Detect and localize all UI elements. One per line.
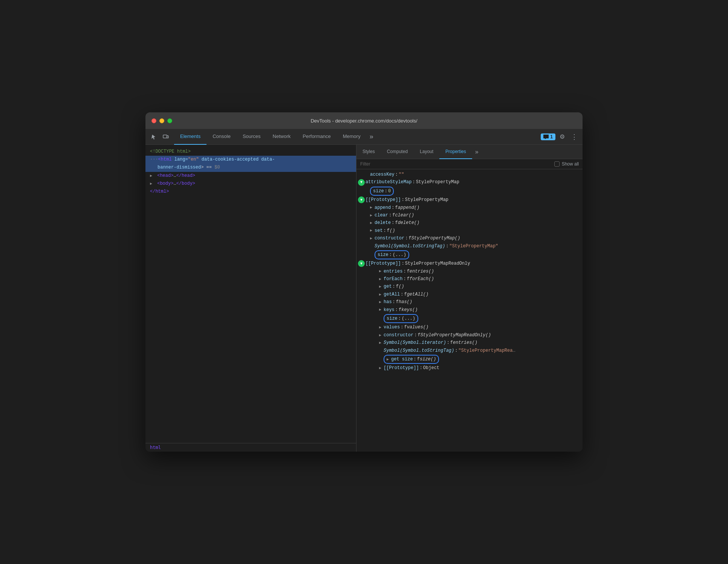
titlebar: DevTools - developer.chrome.com/docs/dev…: [145, 112, 583, 129]
more-right-tabs-button[interactable]: »: [472, 149, 482, 155]
prop-symbol-2: ▶ Symbol(Symbol.toStringTag): "StyleProp…: [356, 347, 583, 354]
show-all-container: Show all: [554, 161, 579, 167]
expand-circle-icon-3[interactable]: ▼: [358, 260, 365, 267]
feedback-badge[interactable]: 1: [541, 133, 555, 140]
filter-input[interactable]: [360, 161, 551, 167]
tab-sources[interactable]: Sources: [237, 129, 267, 145]
prop-prototype-object: ▶ [[Prototype]]: Object: [356, 364, 583, 372]
prop-keys: ▶ keys: f keys(): [356, 306, 583, 314]
prop-accesskey: ▶ accessKey: "": [356, 171, 583, 178]
prop-clear: ▶ clear: f clear(): [356, 212, 583, 219]
tab-network[interactable]: Network: [267, 129, 297, 145]
main-split: <!DOCTYPE html> ···<html lang="en" data-…: [145, 145, 583, 452]
size-highlight-2: size: (...): [375, 250, 409, 259]
dom-html-close: </html>: [145, 188, 356, 196]
settings-icon[interactable]: ⚙: [557, 132, 567, 142]
prop-entries: ▶ entries: f entries(): [356, 268, 583, 275]
dom-tree: <!DOCTYPE html> ···<html lang="en" data-…: [145, 145, 356, 443]
prop-getall: ▶ getAll: f getAll(): [356, 291, 583, 298]
prop-has: ▶ has: f has(): [356, 298, 583, 306]
device-toggle-icon[interactable]: [161, 132, 171, 142]
dom-doctype: <!DOCTYPE html>: [145, 148, 356, 156]
dom-body[interactable]: ▶ <body>…</body>: [145, 180, 356, 188]
svg-rect-1: [167, 136, 168, 138]
svg-rect-0: [163, 135, 167, 138]
minimize-button[interactable]: [159, 118, 164, 123]
more-options-icon[interactable]: ⋮: [569, 132, 580, 142]
prop-constructor-2: ▶ constructor: f StylePropertyMapReadOnl…: [356, 331, 583, 339]
dom-breadcrumb: html: [145, 443, 356, 452]
prop-symbol-iterator: ▶ Symbol(Symbol.iterator): f entries(): [356, 339, 583, 346]
prop-size-dots-2: ▶ size: (...): [356, 314, 583, 323]
window-title: DevTools - developer.chrome.com/docs/dev…: [310, 118, 417, 124]
prop-symbol-1: ▶ Symbol(Symbol.toStringTag): "StyleProp…: [356, 242, 583, 250]
devtools-window: DevTools - developer.chrome.com/docs/dev…: [145, 112, 583, 452]
tab-console[interactable]: Console: [206, 129, 237, 145]
prop-get-size: ▶ ▶ get size: f size(): [356, 354, 583, 364]
prop-attributestylemap[interactable]: ▼ attributeStyleMap: StylePropertyMap: [356, 178, 583, 186]
prop-values: ▶ values: f values(): [356, 323, 583, 331]
show-all-checkbox[interactable]: [554, 161, 560, 167]
expand-circle-icon-2[interactable]: ▼: [358, 196, 365, 203]
prop-delete: ▶ delete: f delete(): [356, 219, 583, 227]
prop-prototype-2[interactable]: ▼ [[Prototype]]: StylePropertyMapReadOnl…: [356, 260, 583, 267]
getter-highlight: ▶ get size: f size(): [384, 355, 439, 364]
close-button[interactable]: [151, 118, 156, 123]
toolbar-icons: [148, 132, 171, 142]
tab-performance[interactable]: Performance: [297, 129, 336, 145]
devtools: Elements Console Sources Network Perform…: [145, 129, 583, 452]
prop-prototype-1[interactable]: ▼ [[Prototype]]: StylePropertyMap: [356, 196, 583, 204]
tab-layout[interactable]: Layout: [414, 145, 439, 159]
prop-set: ▶ set: f (): [356, 227, 583, 234]
prop-size-0: ▶ size: 0: [356, 186, 583, 196]
tab-memory[interactable]: Memory: [337, 129, 367, 145]
dom-html-banner[interactable]: banner-dismissed> == $0: [145, 164, 356, 172]
right-tab-bar: Styles Computed Layout Properties »: [356, 145, 583, 159]
tab-elements[interactable]: Elements: [174, 129, 206, 145]
prop-size-dots-1: ▶ size: (...): [356, 250, 583, 260]
prop-constructor-1: ▶ constructor: f StylePropertyMap(): [356, 234, 583, 242]
prop-get: ▶ get: f (): [356, 283, 583, 290]
prop-append: ▶ append: f append(): [356, 204, 583, 212]
prop-foreach: ▶ forEach: f forEach(): [356, 275, 583, 283]
dom-html-line[interactable]: ···<html lang="en" data-cookies-accepted…: [145, 156, 356, 164]
expand-circle-icon[interactable]: ▼: [358, 179, 365, 186]
size-highlight: size: 0: [370, 187, 394, 196]
dom-head[interactable]: ▶ <head>…</head>: [145, 172, 356, 180]
tab-bar-right: 1 ⚙ ⋮: [541, 132, 580, 142]
properties-panel: ▶ accessKey: "" ▼ attributeStyleMap: Sty…: [356, 169, 583, 452]
tab-properties[interactable]: Properties: [439, 145, 472, 159]
more-tabs-button[interactable]: »: [367, 129, 376, 145]
maximize-button[interactable]: [167, 118, 172, 123]
tab-styles[interactable]: Styles: [356, 145, 381, 159]
filter-bar: Show all: [356, 159, 583, 169]
cursor-icon[interactable]: [148, 132, 159, 142]
top-tab-bar: Elements Console Sources Network Perform…: [145, 129, 583, 145]
size-highlight-3: size: (...): [384, 314, 418, 323]
dom-panel: <!DOCTYPE html> ···<html lang="en" data-…: [145, 145, 356, 452]
right-panel: Styles Computed Layout Properties »: [356, 145, 583, 452]
show-all-label[interactable]: Show all: [562, 161, 579, 167]
tab-computed[interactable]: Computed: [381, 145, 414, 159]
